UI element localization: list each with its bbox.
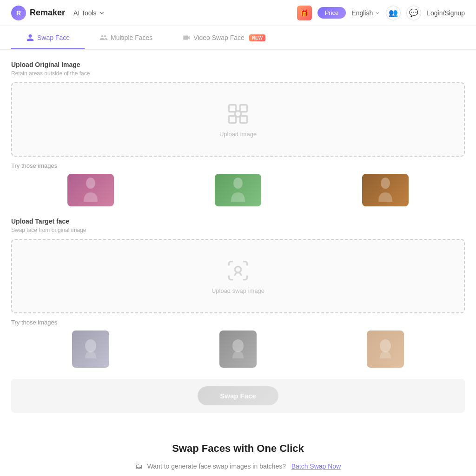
person-silhouette-2 bbox=[229, 176, 247, 204]
user-group-icon[interactable]: 👥 bbox=[386, 6, 401, 20]
try-original-label: Try those images bbox=[11, 162, 465, 169]
tab-video-swap-label: Video Swap Face bbox=[193, 34, 244, 41]
chevron-down-icon bbox=[99, 10, 105, 16]
main-content: Upload Original Image Retain areas outsi… bbox=[0, 50, 476, 424]
sample-target-image-3[interactable] bbox=[367, 331, 404, 368]
upload-target-area[interactable]: Upload swap image bbox=[11, 239, 465, 313]
target-sample-images bbox=[11, 331, 465, 368]
bottom-title: Swap Faces with One Click bbox=[11, 443, 465, 455]
upload-target-icon bbox=[226, 258, 250, 283]
people-icon bbox=[99, 33, 108, 42]
notification-icon[interactable]: 💬 bbox=[406, 6, 421, 20]
svg-rect-0 bbox=[229, 105, 236, 112]
swap-button-section: Swap Face bbox=[11, 379, 465, 413]
svg-point-7 bbox=[381, 178, 390, 189]
header-left: R Remaker AI Tools bbox=[11, 6, 110, 20]
upload-original-icon bbox=[226, 102, 250, 126]
face-id-icon bbox=[226, 258, 250, 283]
upload-target-section: Upload Target face Swap face from origin… bbox=[11, 218, 465, 368]
video-icon bbox=[182, 33, 191, 42]
face-silhouette-3 bbox=[376, 337, 395, 361]
tabs: Swap Face Multiple Faces Video Swap Face… bbox=[0, 26, 476, 50]
original-sample-images bbox=[11, 174, 465, 206]
tab-video-swap[interactable]: Video Swap Face NEW bbox=[167, 26, 280, 49]
tab-multiple-faces-label: Multiple Faces bbox=[111, 34, 152, 41]
new-badge: NEW bbox=[249, 34, 265, 41]
tab-swap-face-label: Swap Face bbox=[37, 34, 70, 41]
upload-target-subtitle: Swap face from original image bbox=[11, 227, 465, 233]
language-label: English bbox=[351, 9, 373, 17]
sample-original-image-1[interactable] bbox=[67, 174, 114, 206]
chevron-down-icon bbox=[375, 10, 380, 16]
upload-target-title: Upload Target face bbox=[11, 218, 465, 225]
svg-point-5 bbox=[86, 178, 95, 189]
ai-tools-button[interactable]: AI Tools bbox=[69, 7, 110, 19]
login-button[interactable]: Login/Signup bbox=[427, 9, 465, 17]
svg-rect-1 bbox=[240, 105, 247, 112]
swap-face-button[interactable]: Swap Face bbox=[198, 386, 278, 405]
svg-point-6 bbox=[233, 178, 243, 189]
face-silhouette-2 bbox=[229, 337, 247, 361]
sample-original-image-3[interactable] bbox=[362, 174, 409, 206]
sample-target-image-2[interactable] bbox=[219, 331, 257, 368]
upload-target-label: Upload swap image bbox=[212, 287, 264, 294]
sample-target-image-1[interactable] bbox=[72, 331, 109, 368]
face-scan-icon bbox=[226, 102, 250, 126]
batch-text: Want to generate face swap images in bat… bbox=[147, 463, 286, 470]
svg-rect-2 bbox=[229, 116, 236, 123]
tab-swap-face[interactable]: Swap Face bbox=[11, 26, 85, 49]
price-button[interactable]: Price bbox=[317, 7, 346, 19]
tab-multiple-faces[interactable]: Multiple Faces bbox=[85, 26, 167, 49]
language-button[interactable]: English bbox=[351, 9, 380, 17]
svg-point-9 bbox=[85, 339, 96, 352]
logo-icon: R bbox=[11, 6, 26, 20]
header: R Remaker AI Tools 🎁 Price English 👥 💬 L… bbox=[0, 0, 476, 26]
header-right: 🎁 Price English 👥 💬 Login/Signup bbox=[297, 6, 465, 20]
ai-tools-label: AI Tools bbox=[73, 9, 97, 17]
upload-original-label: Upload image bbox=[219, 131, 257, 138]
batch-swap-link[interactable]: Batch Swap Now bbox=[291, 463, 341, 470]
gift-icon[interactable]: 🎁 bbox=[297, 6, 312, 20]
svg-rect-3 bbox=[240, 116, 247, 123]
bottom-section: Swap Faces with One Click 🗂 Want to gene… bbox=[0, 424, 476, 476]
svg-point-10 bbox=[232, 339, 244, 352]
layers-icon: 🗂 bbox=[135, 462, 143, 470]
person-icon bbox=[26, 33, 34, 42]
svg-point-8 bbox=[235, 266, 241, 272]
person-silhouette-1 bbox=[81, 176, 100, 204]
upload-original-section: Upload Original Image Retain areas outsi… bbox=[11, 61, 465, 206]
brand-name: Remaker bbox=[30, 8, 65, 18]
upload-original-area[interactable]: Upload image bbox=[11, 82, 465, 157]
try-target-label: Try those images bbox=[11, 319, 465, 326]
face-silhouette-1 bbox=[81, 337, 100, 361]
person-silhouette-3 bbox=[376, 176, 395, 204]
upload-original-subtitle: Retain areas outside of the face bbox=[11, 70, 465, 77]
svg-point-11 bbox=[380, 339, 391, 352]
sample-original-image-2[interactable] bbox=[215, 174, 261, 206]
upload-original-title: Upload Original Image bbox=[11, 61, 465, 68]
batch-line: 🗂 Want to generate face swap images in b… bbox=[11, 462, 465, 470]
